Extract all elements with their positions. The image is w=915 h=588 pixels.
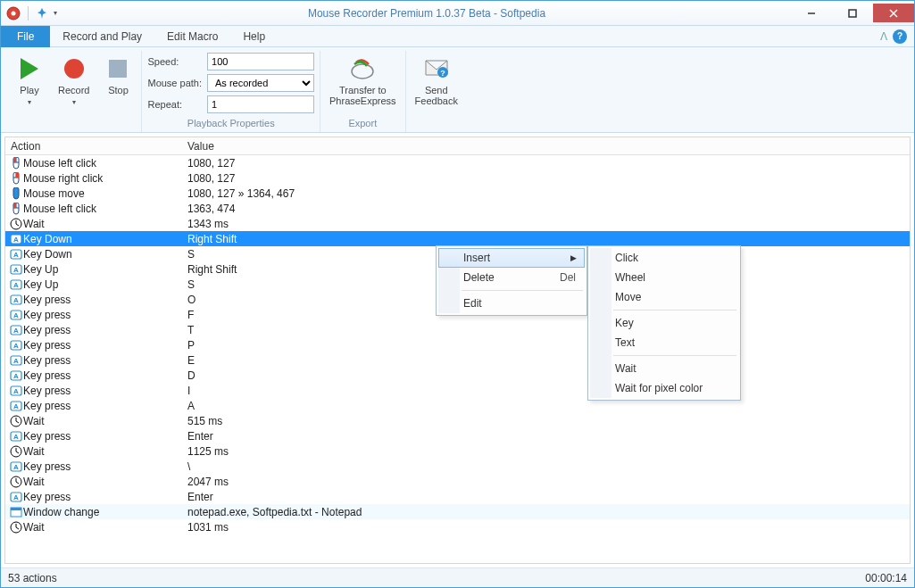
row-value: 1343 ms — [184, 218, 910, 230]
ctx-wheel[interactable]: Wheel — [590, 268, 738, 287]
help-icon[interactable]: ? — [893, 29, 907, 44]
play-icon — [15, 54, 44, 83]
row-value: P — [184, 339, 910, 352]
key-icon: A — [5, 491, 23, 503]
row-action: Wait — [23, 521, 184, 534]
key-icon: A — [5, 294, 23, 306]
table-row[interactable]: Mouse right click1080, 127 — [5, 170, 910, 186]
qat-dropdown-icon[interactable]: ▾ — [54, 9, 57, 17]
table-row[interactable]: AKey DownRight Shift — [5, 231, 910, 246]
svg-text:A: A — [13, 493, 19, 501]
ctx-wait[interactable]: Wait — [590, 359, 738, 378]
row-action: Key Up — [23, 278, 184, 291]
table-row[interactable]: AKey pressE — [5, 352, 910, 368]
repeat-input[interactable] — [207, 95, 314, 113]
svg-rect-47 — [11, 508, 21, 510]
row-value: \ — [184, 460, 910, 473]
ctx-edit[interactable]: Edit — [438, 294, 585, 313]
maximize-button[interactable] — [832, 4, 873, 22]
row-action: Wait — [23, 415, 184, 427]
table-row[interactable]: Mouse left click1363, 474 — [5, 201, 910, 216]
menu-help[interactable]: Help — [230, 26, 278, 47]
row-action: Key Down — [23, 248, 184, 261]
row-action: Key press — [23, 430, 184, 443]
table-row[interactable]: AKey pressD — [5, 368, 910, 383]
collapse-ribbon-icon[interactable]: ᐱ — [880, 30, 887, 43]
ctx-delete[interactable]: DeleteDel — [438, 268, 585, 287]
pin-icon[interactable] — [36, 7, 48, 20]
row-value: 1080, 127 — [184, 157, 910, 170]
row-action: Key press — [23, 491, 184, 503]
table-row[interactable]: Mouse left click1080, 127 — [5, 155, 910, 170]
ctx-text[interactable]: Text — [590, 333, 738, 352]
svg-text:A: A — [13, 342, 19, 350]
ctx-pixel[interactable]: Wait for pixel color — [590, 378, 738, 398]
stop-icon — [104, 54, 132, 83]
menubar: File Record and Play Edit Macro Help ᐱ ? — [1, 26, 914, 47]
table-row[interactable]: AKey pressA — [5, 398, 910, 413]
mouse-path-select[interactable]: As recorded — [207, 74, 314, 92]
svg-marker-6 — [21, 58, 38, 79]
row-value: Enter — [184, 430, 910, 443]
status-time: 00:00:14 — [865, 572, 907, 584]
table-row[interactable]: Window changenotepad.exe, Softpedia.txt … — [5, 504, 910, 519]
row-value: 1363, 474 — [184, 203, 910, 215]
table-row[interactable]: Wait1031 ms — [5, 519, 910, 534]
menu-record-play[interactable]: Record and Play — [50, 26, 154, 47]
column-value[interactable]: Value — [184, 140, 910, 153]
svg-text:A: A — [13, 463, 19, 471]
row-value: Enter — [184, 491, 910, 503]
menu-file[interactable]: File — [1, 26, 50, 47]
menu-edit-macro[interactable]: Edit Macro — [154, 26, 230, 47]
table-row[interactable]: Wait2047 ms — [5, 474, 910, 489]
speed-input[interactable] — [207, 53, 314, 70]
row-action: Key press — [23, 294, 184, 306]
row-value: 1080, 127 — [184, 172, 910, 185]
ctx-click[interactable]: Click — [590, 248, 738, 268]
row-action: Key press — [23, 385, 184, 397]
table-row[interactable]: Wait1125 ms — [5, 443, 910, 459]
table-row[interactable]: AKey press\ — [5, 459, 910, 474]
table-row[interactable]: AKey pressEnter — [5, 489, 910, 504]
wait-icon — [5, 218, 23, 230]
key-icon: A — [5, 248, 23, 261]
table-row[interactable]: AKey pressEnter — [5, 428, 910, 443]
minimize-button[interactable] — [791, 4, 832, 22]
table-row[interactable]: AKey pressI — [5, 383, 910, 398]
ctx-key[interactable]: Key — [590, 313, 738, 333]
key-icon: A — [5, 339, 23, 352]
transfer-button[interactable]: Transfer to PhraseExpress — [326, 53, 400, 108]
svg-text:A: A — [13, 236, 19, 244]
table-row[interactable]: Wait1343 ms — [5, 216, 910, 231]
table-row[interactable]: Wait515 ms — [5, 413, 910, 428]
svg-point-1 — [12, 11, 16, 15]
context-submenu-insert: Click Wheel Move Key Text Wait Wait for … — [587, 245, 741, 401]
row-action: Key Up — [23, 263, 184, 276]
stop-button[interactable]: Stop — [100, 53, 136, 97]
mouse-left-icon — [5, 203, 23, 215]
row-action: Mouse left click — [23, 157, 184, 170]
row-action: Key press — [23, 339, 184, 352]
row-value: 1031 ms — [184, 521, 910, 534]
svg-text:A: A — [13, 296, 19, 304]
record-button[interactable]: Record▾ — [54, 53, 93, 109]
play-button[interactable]: Play▾ — [12, 53, 47, 109]
mouse-right-icon — [5, 172, 23, 185]
table-row[interactable]: AKey pressT — [5, 322, 910, 337]
ctx-insert[interactable]: Insert▶ — [438, 248, 585, 268]
feedback-button[interactable]: ? Send Feedback — [412, 53, 462, 108]
ctx-move[interactable]: Move — [590, 287, 738, 307]
rows-scroll[interactable]: Mouse left click1080, 127Mouse right cli… — [5, 155, 910, 563]
feedback-icon: ? — [422, 54, 451, 83]
close-button[interactable] — [873, 4, 914, 22]
column-action[interactable]: Action — [5, 140, 184, 153]
row-action: Wait — [23, 476, 184, 488]
status-count: 53 actions — [8, 572, 57, 584]
table-row[interactable]: AKey pressP — [5, 337, 910, 352]
row-action: Mouse left click — [23, 203, 184, 215]
table-row[interactable]: Mouse move1080, 127 » 1364, 467 — [5, 186, 910, 201]
svg-point-7 — [64, 59, 84, 79]
submenu-arrow-icon: ▶ — [570, 253, 577, 262]
titlebar: ▾ Mouse Recorder Premium 1.0.37 Beta - S… — [1, 1, 914, 26]
window-title: Mouse Recorder Premium 1.0.37 Beta - Sof… — [62, 7, 791, 20]
